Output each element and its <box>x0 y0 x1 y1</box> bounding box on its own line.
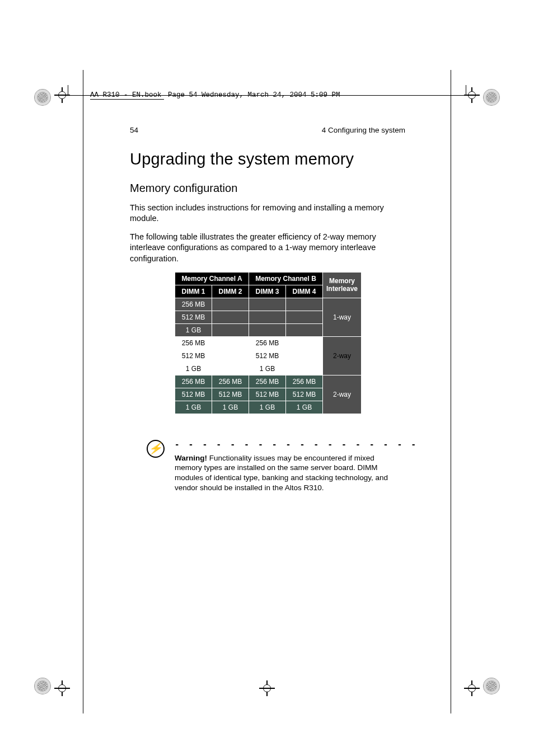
divider-dashes: - - - - - - - - - - - - - - - - - - - - … <box>175 440 418 449</box>
th-dimm4: DIMM 4 <box>286 285 323 298</box>
th-dimm1: DIMM 1 <box>175 285 212 298</box>
intro-paragraph-1: This section includes instructions for r… <box>130 203 405 224</box>
crop-knurl-icon <box>484 90 499 105</box>
registration-mark-icon <box>57 90 68 101</box>
running-header: AA R310 - EN.book Page 54 Wednesday, Mar… <box>90 91 340 99</box>
table-row: 256 MB256 MB 2-way <box>175 336 362 349</box>
page-number: 54 <box>130 126 138 134</box>
th-dimm3: DIMM 3 <box>249 285 286 298</box>
crop-knurl-icon <box>35 678 50 694</box>
memory-interleave-table: Memory Channel A Memory Channel B Memory… <box>175 272 362 414</box>
registration-mark-icon <box>57 683 68 694</box>
crop-knurl-icon <box>35 90 50 105</box>
warning-callout: ⚡ - - - - - - - - - - - - - - - - - - - … <box>175 430 405 493</box>
page-header: 54 4 Configuring the system <box>130 126 405 134</box>
chapter-title: 4 Configuring the system <box>322 126 405 134</box>
th-dimm2: DIMM 2 <box>212 285 249 298</box>
crop-knurl-icon <box>484 678 499 694</box>
th-memory-interleave: MemoryInterleave <box>323 272 362 298</box>
table-row: 256 MB256 MB256 MB256 MB 2-way <box>175 375 362 388</box>
intro-paragraph-2: The following table illustrates the grea… <box>130 232 405 264</box>
th-channel-b: Memory Channel B <box>249 272 323 285</box>
registration-mark-icon <box>466 683 477 694</box>
page-title: Upgrading the system memory <box>130 150 405 168</box>
th-channel-a: Memory Channel A <box>175 272 249 285</box>
table-row: 256 MB 1-way <box>175 298 362 311</box>
book-filename: AA R310 - EN.book <box>90 91 164 100</box>
lightning-bolt-icon: ⚡ <box>147 440 165 458</box>
warning-text: Warning! Functionality issues may be enc… <box>175 453 396 493</box>
section-title: Memory configuration <box>130 182 405 195</box>
registration-mark-icon <box>466 90 477 101</box>
book-page-date: Page 54 Wednesday, March 24, 2004 5:09 P… <box>164 91 340 99</box>
